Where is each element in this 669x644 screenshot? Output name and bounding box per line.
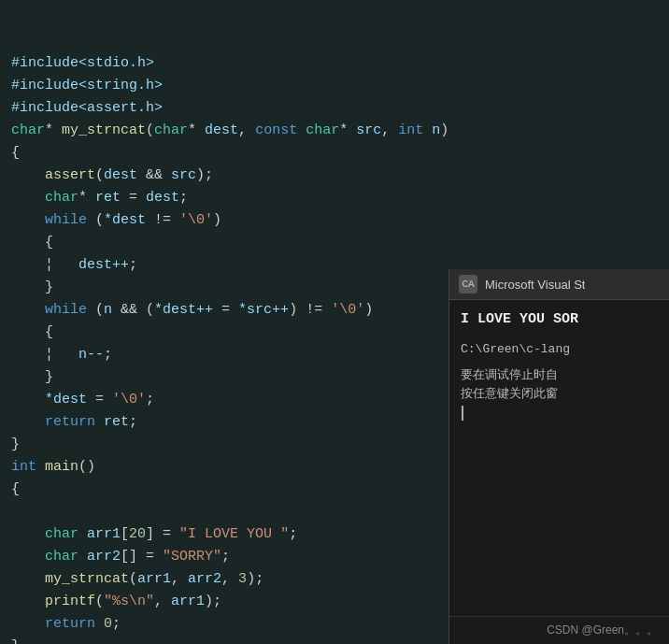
- terminal-overlay: CA Microsoft Visual St I LOVE YOU SOR C:…: [448, 269, 669, 644]
- terminal-title: Microsoft Visual St: [485, 278, 585, 292]
- code-line: #include<assert.h>: [7, 97, 669, 120]
- cursor: [462, 406, 463, 421]
- code-line: char* ret = dest;: [7, 187, 669, 209]
- terminal-header: CA Microsoft Visual St: [449, 269, 669, 300]
- code-line: #include<stdio.h>: [7, 52, 669, 75]
- terminal-path: C:\Green\c-lang: [461, 339, 658, 360]
- terminal-icon: CA: [459, 275, 477, 293]
- code-line: char* my_strncat(char* dest, const char*…: [7, 120, 669, 142]
- terminal-msg-2: 按任意键关闭此窗: [461, 384, 658, 403]
- terminal-body: I LOVE YOU SOR C:\Green\c-lang 要在调试停止时自 …: [449, 300, 669, 616]
- terminal-msg-1: 要在调试停止时自: [461, 365, 658, 384]
- code-line: {: [7, 142, 669, 165]
- code-line: {: [7, 232, 669, 254]
- code-line: assert(dest && src);: [7, 165, 669, 187]
- code-line: #include<string.h>: [7, 75, 669, 97]
- terminal-footer: CSDN @Green。。。: [449, 616, 669, 644]
- terminal-output: I LOVE YOU SOR: [461, 309, 658, 330]
- editor-area: #include<stdio.h>#include<string.h>#incl…: [0, 0, 669, 644]
- code-line: while (*dest != '\0'): [7, 209, 669, 232]
